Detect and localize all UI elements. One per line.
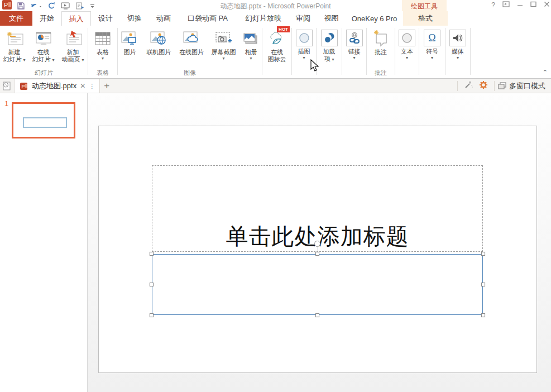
text-icon: [399, 30, 415, 46]
tab-transitions[interactable]: 切换: [120, 11, 149, 26]
selected-textbox[interactable]: [152, 254, 483, 315]
web-pictures-button[interactable]: 在线图片: [176, 28, 208, 69]
online-slides-icon: [34, 28, 53, 49]
rotation-handle[interactable]: [314, 241, 320, 247]
illustrations-button[interactable]: 插图 ▾: [296, 28, 313, 69]
tab-view[interactable]: 视图: [317, 11, 346, 26]
save-button[interactable]: [17, 2, 25, 10]
online-pictures-button[interactable]: 联机图片: [143, 28, 175, 69]
document-tab-bar: P 动态地图.pptx ✕ ⋮ + 多窗口模式: [0, 79, 551, 93]
multi-window-mode-button[interactable]: 多窗口模式: [498, 81, 551, 91]
powerpoint-file-icon: P: [20, 82, 28, 90]
recent-files-button[interactable]: [0, 79, 15, 93]
group-images: 图片 联机图片 在线图片: [118, 26, 262, 78]
new-animation-page-icon: [64, 28, 83, 49]
group-addins: 加载 项 ▾: [317, 26, 342, 78]
tab-menu-icon[interactable]: ⋮: [89, 83, 95, 90]
resize-handle-mid-left[interactable]: [150, 283, 154, 286]
minimize-button[interactable]: [517, 1, 523, 9]
group-label-table: 表格: [88, 69, 117, 78]
resize-handle-bottom-left[interactable]: [150, 313, 154, 317]
powerpoint-logo-icon[interactable]: P: [2, 0, 12, 12]
screenshot-button[interactable]: 屏幕截图 ▾: [208, 28, 239, 69]
magic-wand-icon[interactable]: [461, 80, 476, 92]
group-media: 媒体 ▾: [445, 26, 470, 78]
group-table: 表格 ▾ 表格: [88, 26, 117, 78]
symbols-button[interactable]: Ω 符号 ▾: [424, 28, 440, 69]
media-button[interactable]: 媒体 ▾: [449, 28, 466, 69]
help-button[interactable]: ?: [491, 1, 495, 9]
tab-pocket-animation[interactable]: 口袋动画 PA: [178, 11, 237, 26]
maximize-button[interactable]: [530, 1, 536, 9]
resize-handle-bottom-center[interactable]: [315, 313, 319, 317]
tab-slideshow[interactable]: 幻灯片放映: [237, 11, 289, 26]
document-tab-active[interactable]: P 动态地图.pptx ✕ ⋮: [15, 79, 100, 93]
settings-gear-icon[interactable]: [476, 80, 491, 92]
photo-album-icon: [242, 28, 260, 49]
close-tab-icon[interactable]: ✕: [80, 82, 85, 90]
resize-handle-top-center[interactable]: [315, 252, 319, 256]
tab-animations[interactable]: 动画: [149, 11, 178, 26]
text-button[interactable]: 文本 ▾: [399, 28, 415, 69]
save-as-copy-button[interactable]: [75, 2, 85, 10]
redo-button[interactable]: [47, 2, 56, 10]
collapse-ribbon-button[interactable]: ⌃: [543, 69, 548, 76]
drawing-tools-label: 绘图工具: [402, 2, 447, 11]
tab-format[interactable]: 格式: [403, 11, 448, 26]
title-bar: P 动态地图.pptx - Microsoft PowerPoint 绘图: [0, 0, 551, 12]
illustrations-icon: [296, 30, 313, 46]
picture-button[interactable]: 图片: [118, 28, 142, 69]
icon-cloud-icon: HOT: [269, 28, 285, 49]
dropdown-arrow: ▾: [250, 56, 252, 61]
omega-symbol-icon: Ω: [424, 30, 440, 46]
photo-album-button[interactable]: 相册 ▾: [240, 28, 262, 69]
hot-badge: HOT: [277, 26, 290, 32]
slide-canvas[interactable]: 单击此处添加标题: [98, 126, 537, 373]
dropdown-arrow: ▾: [303, 55, 305, 61]
customize-qat-dropdown[interactable]: [90, 3, 95, 9]
slideshow-from-beginning-button[interactable]: [61, 2, 70, 10]
table-button[interactable]: 表格 ▾: [90, 28, 116, 69]
resize-handle-top-left[interactable]: [150, 252, 154, 256]
quick-access-toolbar: P: [2, 1, 95, 11]
group-symbols: Ω 符号 ▾: [419, 26, 445, 78]
links-button[interactable]: 链接 ▾: [346, 28, 363, 69]
ribbon-display-options-button[interactable]: [502, 1, 510, 9]
new-animation-page-button[interactable]: 新加 动画页 ▾: [59, 28, 87, 69]
tab-insert[interactable]: 插入: [61, 11, 91, 26]
tab-file[interactable]: 文件: [0, 11, 32, 26]
group-icon-cloud: HOT 在线 图标云: [262, 26, 291, 78]
multi-window-icon: [498, 82, 506, 89]
tab-review[interactable]: 审阅: [289, 11, 317, 26]
dropdown-arrow: ▾: [353, 55, 355, 61]
powerpoint-window: P 动态地图.pptx - Microsoft PowerPoint 绘图: [0, 0, 551, 392]
slide-editing-area: 单击此处添加标题: [88, 93, 551, 392]
svg-text:P: P: [22, 84, 25, 89]
resize-handle-bottom-right[interactable]: [481, 313, 485, 317]
new-slide-icon: [5, 28, 24, 49]
resize-handle-top-right[interactable]: [481, 252, 485, 256]
ribbon: 新建 幻灯片 ▾ 在线 幻灯片 ▾ 新加 动画页 ▾: [0, 26, 551, 79]
new-comment-button[interactable]: 批注: [372, 28, 390, 69]
tab-home[interactable]: 开始: [32, 11, 61, 26]
slide-thumbnail-1[interactable]: [12, 102, 75, 138]
online-icon-cloud-button[interactable]: HOT 在线 图标云: [263, 28, 291, 69]
dropdown-arrow: ▾: [23, 58, 26, 63]
close-button[interactable]: [544, 1, 550, 9]
tab-onekey[interactable]: OneKey 6 Pro: [346, 11, 403, 26]
group-comments: 批注 批注: [367, 26, 395, 78]
new-comment-icon: [372, 28, 390, 49]
ribbon-tab-row: 文件 开始 插入 设计 切换 动画 口袋动画 PA 幻灯片放映 审阅 视图 On…: [0, 11, 551, 26]
title-placeholder[interactable]: 单击此处添加标题: [152, 165, 483, 252]
new-tab-button[interactable]: +: [100, 79, 113, 93]
dropdown-arrow: ▾: [406, 55, 408, 61]
screenshot-icon: [214, 28, 233, 49]
addins-button[interactable]: 加载 项 ▾: [321, 28, 338, 69]
new-slide-button[interactable]: 新建 幻灯片 ▾: [1, 28, 28, 69]
resize-handle-mid-right[interactable]: [481, 283, 485, 286]
dropdown-arrow: ▾: [52, 58, 55, 63]
tab-design[interactable]: 设计: [91, 11, 120, 26]
online-slides-button[interactable]: 在线 幻灯片 ▾: [30, 28, 57, 69]
dropdown-arrow: ▾: [223, 56, 225, 61]
undo-button[interactable]: [30, 2, 42, 10]
